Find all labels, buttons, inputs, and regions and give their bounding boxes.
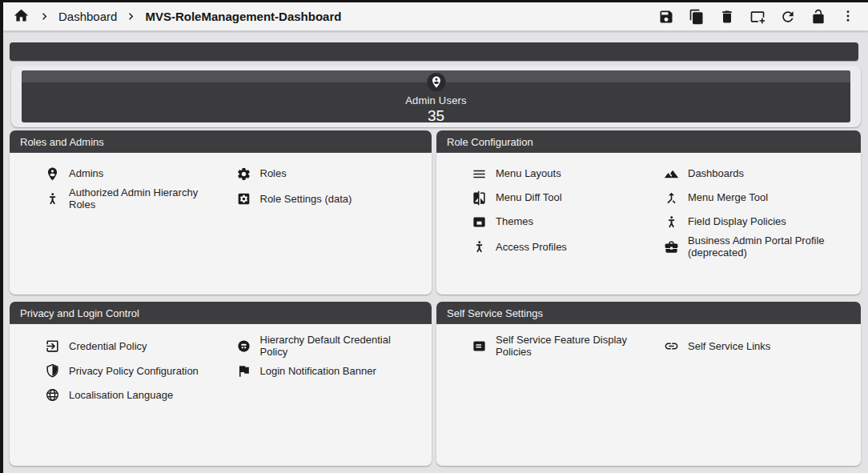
gear-icon — [236, 166, 251, 182]
stat-value: 35 — [22, 107, 850, 122]
panel-header: Self Service Settings — [436, 302, 861, 324]
panel-item[interactable]: Access Profiles — [472, 234, 657, 259]
panel-item-label: Menu Merge Tool — [688, 191, 768, 203]
compare-icon — [472, 190, 487, 206]
more-vert-button[interactable] — [839, 7, 858, 26]
person-dot-icon — [472, 239, 487, 255]
delete-icon — [719, 9, 735, 25]
panel-item[interactable]: Admins — [45, 162, 230, 185]
save-icon — [658, 9, 674, 25]
panel-title: Privacy and Login Control — [20, 307, 139, 319]
panel-title: Role Configuration — [447, 136, 533, 148]
login-icon — [45, 339, 60, 354]
panel-item-label: Self Service Feature Display Policies — [496, 334, 653, 358]
panel-item[interactable]: Roles — [236, 162, 421, 185]
feature-list-icon — [472, 339, 487, 354]
panel-item[interactable]: Menu Diff Tool — [472, 186, 657, 209]
lock-open-icon — [810, 9, 826, 25]
refresh-button[interactable] — [778, 7, 798, 26]
panel-body: Self Service Feature Display PoliciesSel… — [436, 324, 861, 466]
panel-item[interactable]: Field Display Policies — [664, 210, 850, 233]
panel-header: Privacy and Login Control — [10, 302, 432, 324]
add-dashboard-button[interactable] — [748, 7, 767, 26]
panel-item[interactable]: Menu Merge Tool — [664, 186, 850, 209]
save-button[interactable] — [657, 7, 676, 26]
panel-item-label: Self Service Links — [688, 340, 770, 352]
panel-privacy-and-login-control: Privacy and Login Control Credential Pol… — [10, 302, 432, 466]
dashboard-page: Dashboard MVS-RoleManagement-Dashboard A… — [0, 0, 868, 473]
panel-item[interactable]: Self Service Feature Display Policies — [472, 334, 657, 358]
panel-item[interactable]: Business Admin Portal Profile (deprecate… — [664, 234, 850, 259]
add-dashboard-icon — [749, 9, 766, 25]
theme-icon — [472, 214, 487, 230]
shield-half-icon — [45, 363, 60, 379]
panel-item[interactable]: Self Service Links — [664, 334, 850, 358]
copy-button[interactable] — [687, 7, 706, 26]
panel-item[interactable]: Localisation Language — [45, 383, 230, 406]
panel-item-label: Roles — [260, 167, 287, 179]
person-dot-icon — [664, 214, 679, 230]
panel-item-label: Localisation Language — [69, 389, 173, 401]
person-pin-icon — [45, 166, 60, 182]
panel-item-label: Themes — [496, 215, 533, 227]
chevron-right-icon — [124, 10, 138, 23]
panel-item[interactable]: Hierarchy Default Credential Policy — [236, 334, 421, 358]
briefcase-icon — [664, 239, 679, 255]
panel-item[interactable]: Menu Layouts — [472, 162, 657, 185]
home-button[interactable] — [11, 7, 30, 26]
panel-body: AdminsRolesAuthorized Admin Hierarchy Ro… — [10, 153, 432, 295]
panel-item-label: Privacy Policy Configuration — [69, 365, 199, 377]
person-pin-badge-icon — [427, 73, 445, 91]
stat-label: Admin Users — [22, 94, 850, 106]
panel-item-label: Authorized Admin Hierarchy Roles — [69, 186, 226, 210]
panel-item-label: Field Display Policies — [688, 215, 786, 227]
gear-box-icon — [236, 191, 251, 206]
delete-button[interactable] — [717, 7, 737, 26]
app-bar: Dashboard MVS-RoleManagement-Dashboard — [3, 2, 868, 31]
panel-item-label: Access Profiles — [496, 241, 567, 253]
stat-texts: Admin Users 35 — [22, 94, 850, 122]
collapsed-widget-bar — [10, 42, 858, 61]
panel-item[interactable]: Themes — [472, 210, 657, 233]
panel-item-label: Menu Diff Tool — [496, 191, 562, 203]
panel-item[interactable]: Dashboards — [664, 162, 850, 185]
copy-icon — [689, 9, 705, 25]
globe-icon — [45, 387, 60, 403]
chevron-right-icon — [38, 10, 51, 23]
panel-header: Roles and Admins — [10, 130, 432, 153]
panel-header: Role Configuration — [436, 130, 861, 153]
panel-self-service-settings: Self Service Settings Self Service Featu… — [436, 302, 861, 466]
panel-roles-and-admins: Roles and Admins AdminsRolesAuthorized A… — [10, 130, 432, 295]
panel-item[interactable]: Login Notification Banner — [236, 359, 421, 382]
panel-item-label: Hierarchy Default Credential Policy — [260, 334, 417, 358]
lock-open-button[interactable] — [809, 7, 828, 26]
stats-card: Admin Users 35 — [11, 66, 861, 127]
panel-body: Menu LayoutsDashboardsMenu Diff ToolMenu… — [436, 153, 861, 295]
panel-title: Self Service Settings — [447, 307, 543, 319]
merge-icon — [664, 190, 679, 206]
flag-icon — [236, 363, 251, 379]
panel-item-label: Dashboards — [688, 167, 744, 179]
panel-item[interactable]: Authorized Admin Hierarchy Roles — [45, 186, 230, 210]
panels-grid: Roles and Admins AdminsRolesAuthorized A… — [10, 130, 858, 466]
panel-item-label: Role Settings (data) — [260, 193, 352, 205]
menu-icon — [472, 166, 487, 182]
home-icon — [13, 7, 30, 26]
panel-item-label: Menu Layouts — [496, 167, 561, 179]
admin-users-stat[interactable]: Admin Users 35 — [22, 70, 850, 122]
panel-item-label: Business Admin Portal Profile (deprecate… — [688, 234, 845, 259]
panel-item[interactable]: Credential Policy — [45, 334, 230, 358]
toolbar — [657, 7, 858, 26]
link-icon — [664, 339, 679, 354]
panel-item[interactable]: Privacy Policy Configuration — [45, 359, 230, 382]
panel-item[interactable]: Role Settings (data) — [236, 186, 421, 210]
panel-title: Roles and Admins — [20, 136, 104, 148]
more-vert-icon — [841, 9, 857, 25]
terrain-icon — [664, 166, 679, 182]
refresh-icon — [780, 9, 796, 25]
panel-item-label: Admins — [69, 167, 103, 179]
panel-body: Credential PolicyHierarchy Default Crede… — [10, 324, 432, 466]
person-dot-icon — [45, 191, 60, 206]
panel-item-label: Login Notification Banner — [260, 365, 376, 377]
breadcrumb-dashboard[interactable]: Dashboard — [58, 10, 117, 23]
